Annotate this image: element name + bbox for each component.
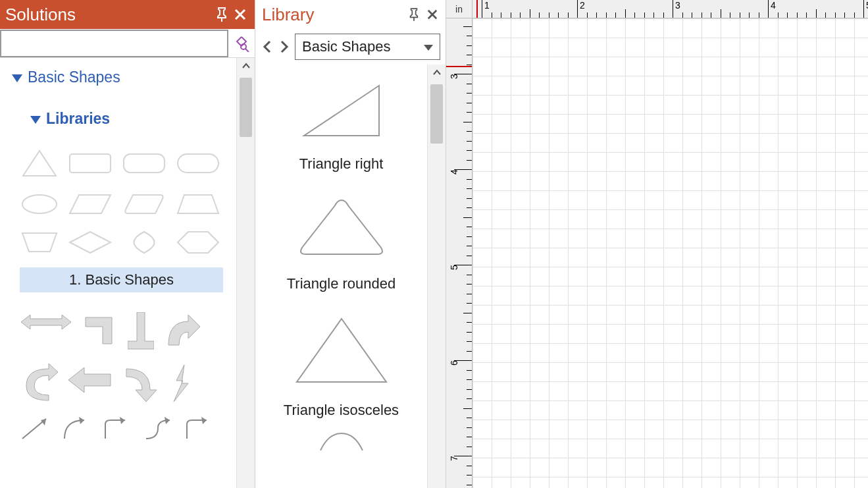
caret-down-icon [30, 110, 41, 128]
library-title: Library [259, 5, 405, 25]
svg-rect-9 [124, 154, 165, 173]
shape-item-label: Triangle rounded [287, 275, 396, 292]
svg-marker-32 [304, 86, 379, 136]
svg-marker-25 [120, 417, 125, 424]
svg-rect-8 [70, 154, 111, 173]
shape-item-label: Triangle isosceles [284, 402, 399, 419]
library-thumb-caption: 1. Basic Shapes [20, 267, 223, 292]
svg-marker-26 [165, 417, 170, 424]
horizontal-ruler[interactable]: 12345 [472, 0, 868, 18]
vertical-ruler[interactable]: 34567 [446, 18, 472, 488]
svg-marker-24 [79, 417, 84, 424]
close-icon[interactable] [231, 3, 249, 26]
svg-marker-15 [70, 232, 111, 253]
svg-marker-12 [70, 195, 111, 213]
scroll-thumb[interactable] [430, 84, 443, 144]
library-scrollbar[interactable] [427, 65, 446, 488]
pin-icon[interactable] [405, 3, 423, 26]
caret-down-icon [12, 68, 22, 86]
svg-marker-31 [424, 45, 433, 51]
svg-marker-14 [22, 233, 57, 252]
solutions-search-input[interactable] [0, 30, 228, 57]
shape-item-label: Triangle right [299, 155, 384, 173]
svg-rect-10 [178, 154, 218, 173]
library-header: Library [255, 0, 446, 29]
shape-list: Triangle right Triangle rounded Triangle… [255, 65, 427, 488]
pin-icon[interactable] [213, 3, 231, 26]
svg-marker-5 [12, 74, 22, 82]
svg-marker-16 [178, 232, 218, 253]
solutions-title: Solutions [5, 5, 213, 25]
search-panel-icon[interactable] [228, 30, 255, 57]
svg-marker-13 [178, 195, 218, 213]
svg-marker-18 [86, 317, 112, 344]
svg-marker-20 [68, 367, 111, 393]
library-panel: Library Basic Shapes Triangle right [255, 0, 446, 488]
svg-marker-33 [297, 319, 386, 382]
svg-marker-27 [201, 417, 207, 424]
ruler-unit-label: in [446, 0, 472, 18]
shape-item-triangle-rounded[interactable]: Triangle rounded [255, 178, 427, 298]
shape-item-triangle-right[interactable]: Triangle right [255, 65, 427, 178]
library-toolbar: Basic Shapes [255, 29, 446, 65]
solutions-header: Solutions [0, 0, 255, 29]
nav-next-icon[interactable] [278, 37, 291, 57]
nav-prev-icon[interactable] [261, 37, 274, 57]
canvas-area: in 12345 34567 [446, 0, 868, 488]
solutions-tree: Basic Shapes Libraries [0, 58, 236, 488]
solutions-scrollbar[interactable] [236, 58, 255, 488]
solutions-panel: Solutions Basic Shapes Librari [0, 0, 255, 488]
svg-marker-6 [30, 116, 41, 124]
tree-item-label: Libraries [46, 110, 110, 128]
shape-item-partial[interactable] [255, 424, 427, 468]
scroll-track[interactable] [428, 80, 446, 488]
svg-marker-19 [128, 312, 154, 349]
svg-line-4 [245, 49, 249, 52]
svg-marker-7 [23, 151, 56, 176]
library-thumb-arrows[interactable] [20, 312, 223, 441]
dropdown-icon [424, 38, 433, 55]
svg-marker-21 [174, 365, 188, 402]
svg-point-11 [22, 195, 57, 213]
tree-item-label: Basic Shapes [28, 68, 120, 86]
library-thumb-basic-shapes[interactable]: 1. Basic Shapes [20, 148, 223, 292]
scroll-track[interactable] [237, 74, 255, 488]
drawing-canvas[interactable] [472, 18, 868, 488]
svg-marker-17 [21, 315, 71, 329]
library-selector-label: Basic Shapes [302, 38, 424, 55]
solutions-search-row [0, 29, 255, 58]
tree-item-libraries[interactable]: Libraries [0, 106, 236, 132]
scroll-up-icon[interactable] [428, 65, 446, 80]
library-selector[interactable]: Basic Shapes [295, 34, 440, 60]
scroll-thumb[interactable] [240, 78, 252, 137]
tree-item-basic-shapes[interactable]: Basic Shapes [0, 65, 236, 90]
shape-item-triangle-isosceles[interactable]: Triangle isosceles [255, 298, 427, 424]
close-icon[interactable] [423, 3, 442, 26]
scroll-up-icon[interactable] [237, 58, 255, 74]
